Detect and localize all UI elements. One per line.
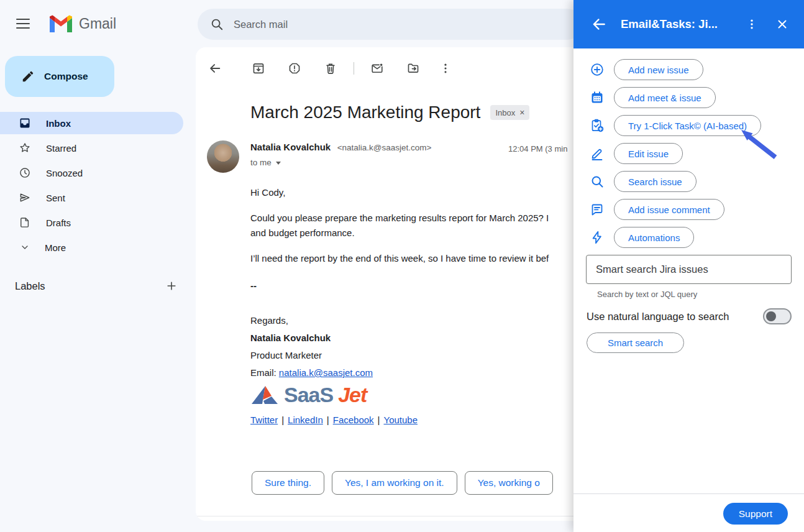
sidebar-item-more[interactable]: More [0, 236, 183, 259]
body-paragraph-line: Could you please prepare the marketing r… [250, 211, 549, 226]
add-label-icon[interactable] [165, 280, 178, 292]
add-new-issue-button[interactable]: Add new issue [614, 59, 703, 80]
send-icon [19, 191, 31, 204]
sidebar-nav: Inbox Starred Snoozed Sent Drafts [0, 112, 183, 261]
move-to-icon[interactable] [406, 62, 420, 75]
signature-divider: -- [250, 278, 549, 293]
jira-smart-search-input[interactable] [586, 255, 792, 284]
sidebar-item-sent[interactable]: Sent [0, 186, 183, 209]
recipient-details-caret-icon[interactable] [276, 162, 281, 165]
social-separator: | [327, 415, 329, 425]
labels-header: Labels [15, 280, 45, 292]
panel-actions: Add new issue Add meet & issue Try 1-Cli… [573, 48, 804, 248]
compose-pencil-icon [21, 70, 35, 83]
star-icon [19, 142, 31, 154]
search-issue-button[interactable]: Search issue [614, 171, 697, 192]
twitter-link[interactable]: Twitter [250, 415, 278, 425]
signature-name: Natalia Kovalchuk [250, 331, 549, 346]
search-input[interactable] [234, 19, 507, 30]
archive-icon[interactable] [252, 62, 265, 75]
email-card: March 2025 Marketing Report Inbox × Nata… [196, 47, 584, 521]
edit-icon[interactable] [590, 146, 605, 161]
add-meet-issue-button[interactable]: Add meet & issue [614, 87, 716, 108]
sender-avatar[interactable] [207, 140, 239, 173]
comment-icon[interactable] [590, 202, 605, 217]
youtube-link[interactable]: Youtube [384, 415, 418, 425]
smart-search-button[interactable]: Smart search [587, 332, 684, 353]
search-issue-icon[interactable] [590, 174, 605, 189]
sender-line: Natalia Kovalchuk <natalia.k@saasjet.com… [250, 142, 431, 153]
try-one-click-task-button[interactable]: Try 1-Click Task© (AI-based) [614, 115, 761, 136]
toolbar-divider [354, 62, 354, 75]
jira-addon-panel: Email&Tasks: Ji... Add new issue Add mee… [573, 0, 804, 532]
recipient-row[interactable]: to me [250, 158, 281, 167]
report-spam-icon[interactable] [288, 62, 301, 75]
sidebar-item-label: More [45, 242, 66, 253]
signature-email-label: Email: [250, 367, 276, 378]
social-separator: | [281, 415, 284, 425]
panel-title: Email&Tasks: Ji... [621, 17, 746, 31]
social-links: Twitter|LinkedIn|Facebook|Youtube [250, 413, 549, 428]
labels-section: Labels [15, 280, 178, 292]
email-timestamp: 12:04 PM (3 min [508, 144, 567, 154]
sidebar-item-label: Starred [46, 143, 76, 154]
action-row-search-issue: Search issue [573, 171, 804, 192]
inbox-label-chip[interactable]: Inbox × [490, 105, 529, 120]
gmail-m-icon [48, 14, 73, 33]
search-icon[interactable] [210, 17, 224, 31]
signature-email-link[interactable]: natalia.k@saasjet.com [279, 367, 373, 378]
clock-icon [19, 167, 31, 179]
sender-address: <natalia.k@saasjet.com> [337, 143, 432, 152]
add-issue-comment-button[interactable]: Add issue comment [614, 199, 724, 220]
recipient-label: to me [250, 158, 272, 167]
action-row-add-issue-comment: Add issue comment [573, 199, 804, 220]
card-bottom-divider [196, 516, 584, 516]
delete-icon[interactable] [324, 62, 337, 75]
sidebar-item-snoozed[interactable]: Snoozed [0, 162, 183, 184]
sidebar-item-starred[interactable]: Starred [0, 137, 183, 159]
back-icon[interactable] [208, 62, 222, 75]
support-button[interactable]: Support [723, 503, 788, 525]
action-row-add-meet-issue: Add meet & issue [573, 87, 804, 108]
search-bar [198, 9, 583, 40]
compose-label: Compose [44, 71, 88, 82]
mark-unread-icon[interactable] [370, 62, 384, 75]
action-row-add-new-issue: Add new issue [573, 59, 804, 80]
smart-reply-button[interactable]: Yes, working o [465, 471, 553, 495]
logo-text-jet: Jet [338, 387, 367, 402]
panel-more-icon[interactable] [746, 17, 758, 31]
edit-issue-button[interactable]: Edit issue [614, 143, 683, 164]
compose-button[interactable]: Compose [5, 56, 114, 97]
panel-header: Email&Tasks: Ji... [573, 0, 804, 48]
panel-footer: Support [573, 493, 804, 532]
search-helper-text: Search by text or JQL query [597, 290, 804, 299]
more-options-icon[interactable] [439, 62, 452, 75]
inbox-icon [19, 117, 31, 129]
chip-remove-icon[interactable]: × [519, 108, 524, 117]
calendar-icon[interactable] [590, 90, 605, 105]
draft-file-icon [19, 216, 31, 229]
panel-close-icon[interactable] [775, 17, 789, 31]
chevron-down-icon [20, 242, 30, 252]
automations-button[interactable]: Automations [614, 227, 694, 248]
gmail-sidebar: Gmail Compose Inbox Starred Snoozed [0, 0, 196, 532]
body-greeting: Hi Cody, [250, 185, 549, 200]
toggle-knob [766, 311, 776, 321]
sidebar-item-drafts[interactable]: Drafts [0, 211, 183, 234]
sidebar-item-inbox[interactable]: Inbox [0, 112, 183, 134]
signature-role: Product Marketer [250, 348, 549, 363]
subject-row: March 2025 Marketing Report Inbox × [250, 102, 529, 123]
smart-reply-button[interactable]: Sure thing. [252, 471, 324, 495]
linkedin-link[interactable]: LinkedIn [288, 415, 323, 425]
facebook-link[interactable]: Facebook [333, 415, 374, 425]
bolt-icon[interactable] [590, 230, 605, 245]
smart-reply-row: Sure thing. Yes, I am working on it. Yes… [252, 471, 553, 495]
plus-circle-icon[interactable] [590, 62, 605, 77]
natural-language-toggle[interactable] [763, 308, 792, 324]
panel-back-icon[interactable] [591, 16, 607, 32]
main-menu-icon[interactable] [16, 19, 30, 29]
task-add-icon[interactable] [590, 118, 605, 133]
smart-reply-button[interactable]: Yes, I am working on it. [332, 471, 457, 495]
body-paragraph-line: I’ll need the report by the end of this … [250, 251, 549, 266]
sidebar-item-label: Sent [46, 193, 65, 203]
